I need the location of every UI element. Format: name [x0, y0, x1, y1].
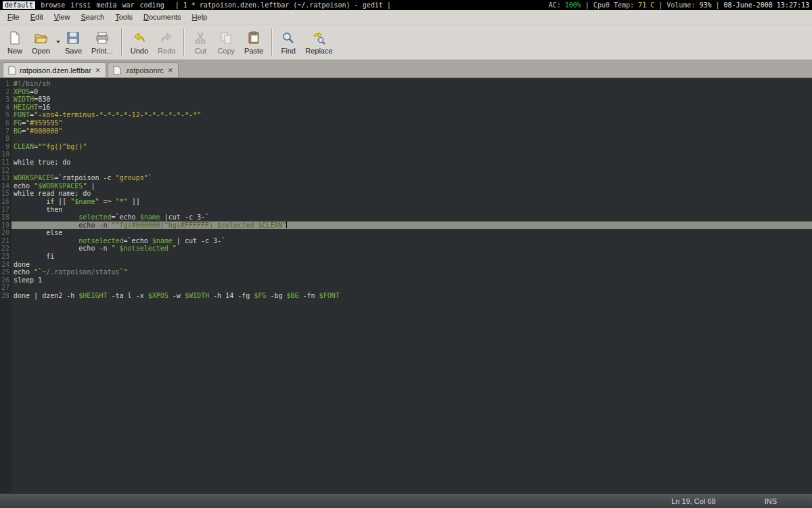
document-icon — [8, 66, 16, 75]
save-button-group: Save — [60, 28, 87, 56]
open-button[interactable]: Open — [27, 28, 55, 56]
insert-mode-indicator: INS — [765, 497, 777, 505]
code-line-13[interactable]: 13WORKSPACES=`ratpoison -c "groups"` — [0, 174, 812, 182]
code-text: while read name; do — [12, 190, 812, 198]
code-text: notselected=`echo $name | cut -c 3-` — [12, 237, 812, 245]
toolbar-button-label: Find — [281, 47, 296, 55]
code-text: FONT="-xos4-terminus-*-*-*-*-12-*-*-*-*-… — [12, 111, 812, 119]
line-number: 1 — [0, 80, 12, 88]
undo-button[interactable]: Undo — [126, 28, 153, 56]
code-line-10[interactable]: 10 — [0, 150, 812, 158]
code-line-26[interactable]: 26sleep 1 — [0, 276, 812, 284]
line-number: 13 — [0, 174, 12, 182]
line-number: 27 — [0, 284, 12, 292]
menu-view[interactable]: View — [49, 11, 76, 23]
tab-ratpoisonrc[interactable]: .ratpoisonrc× — [108, 62, 179, 77]
open-button-group: Open — [27, 28, 60, 56]
code-line-21[interactable]: 21 notselected=`echo $name | cut -c 3-` — [0, 237, 812, 245]
code-line-18[interactable]: 18 selected=`echo $name |cut -c 3-` — [0, 213, 812, 221]
workspace-war: war — [122, 1, 135, 9]
code-text: echo -n " $notselected " — [12, 245, 812, 253]
line-number: 14 — [0, 182, 12, 190]
code-line-24[interactable]: 24done — [0, 261, 812, 269]
code-line-25[interactable]: 25echo "`~/.ratpoison/status`" — [0, 268, 812, 276]
toolbar-button-label: Undo — [131, 47, 148, 55]
code-line-27[interactable]: 27 — [0, 284, 812, 292]
copy-button[interactable]: Copy — [212, 28, 240, 56]
open-folder-icon — [33, 30, 48, 45]
line-number: 16 — [0, 198, 12, 206]
cursor-position: Ln 19, Col 68 — [671, 497, 715, 505]
close-icon[interactable]: × — [167, 66, 174, 75]
cut-icon — [193, 30, 208, 45]
menu-search[interactable]: Search — [75, 11, 110, 23]
editor[interactable]: 1#!/bin/sh2XPOS=03WIDTH=8304HEIGHT=165FO… — [0, 78, 812, 493]
menu-file[interactable]: File — [2, 11, 25, 23]
replace-button[interactable]: Replace — [300, 28, 337, 56]
code-line-7[interactable]: 7BG="#000000" — [0, 127, 812, 135]
menu-documents[interactable]: Documents — [138, 11, 187, 23]
code-line-4[interactable]: 4HEIGHT=16 — [0, 104, 812, 112]
code-text: XPOS=0 — [12, 88, 812, 96]
code-line-12[interactable]: 12 — [0, 167, 812, 175]
line-number: 11 — [0, 158, 12, 167]
line-number: 24 — [0, 261, 12, 269]
code-line-2[interactable]: 2XPOS=0 — [0, 88, 812, 96]
toolbar-button-label: Print... — [91, 47, 113, 55]
menu-edit[interactable]: Edit — [25, 11, 49, 23]
topbar-status-segment: 93% — [699, 1, 711, 9]
menu-help[interactable]: Help — [187, 11, 213, 23]
save-icon — [66, 30, 81, 45]
code-line-16[interactable]: 16 if [[ "$name" =~ "*" ]] — [0, 198, 812, 206]
code-line-11[interactable]: 11while true; do — [0, 158, 812, 167]
menubar: FileEditViewSearchToolsDocumentsHelp — [0, 10, 812, 24]
line-number: 19 — [0, 221, 12, 230]
code-text: WIDTH=830 — [12, 96, 812, 104]
save-button[interactable]: Save — [60, 28, 87, 56]
code-line-20[interactable]: 20 else — [0, 229, 812, 237]
topbar-status-segment: 100% — [565, 1, 581, 9]
find-icon — [281, 30, 296, 45]
code-text: fi — [12, 253, 812, 261]
paste-button[interactable]: Paste — [240, 28, 268, 56]
find-button-group: Find — [276, 28, 300, 56]
code-line-23[interactable]: 23 fi — [0, 253, 812, 261]
topbar-status-segment: Volume: — [667, 1, 699, 9]
cut-button-group: Cut — [188, 28, 212, 56]
print-button[interactable]: Print... — [87, 28, 118, 56]
line-number: 10 — [0, 150, 12, 158]
line-number: 21 — [0, 237, 12, 245]
code-line-15[interactable]: 15while read name; do — [0, 190, 812, 198]
code-line-17[interactable]: 17 then — [0, 206, 812, 214]
code-text: if [[ "$name" =~ "*" ]] — [12, 198, 812, 206]
code-line-5[interactable]: 5FONT="-xos4-terminus-*-*-*-*-12-*-*-*-*… — [0, 111, 812, 119]
new-document-icon — [7, 30, 22, 45]
menu-tools[interactable]: Tools — [110, 11, 138, 23]
code-line-6[interactable]: 6FG="#959595" — [0, 119, 812, 127]
find-button[interactable]: Find — [276, 28, 300, 56]
workspace-default: default — [3, 1, 35, 9]
code-line-14[interactable]: 14echo "$WORKSPACES" | — [0, 182, 812, 190]
redo-button[interactable]: Redo — [153, 28, 180, 56]
close-icon[interactable]: × — [95, 66, 102, 75]
new-button[interactable]: New — [3, 28, 27, 56]
code-line-9[interactable]: 9CLEAN="^fg()^bg()" — [0, 143, 812, 151]
toolbar-separator — [271, 28, 273, 56]
code-text: then — [12, 206, 812, 214]
code-line-28[interactable]: 28done | dzen2 -h $HEIGHT -ta l -x $XPOS… — [0, 292, 812, 300]
code-line-19[interactable]: 19 echo -n "^fg(#000000)^bg(#FFFFFF) $se… — [0, 221, 812, 230]
toolbar-button-label: Open — [32, 47, 50, 55]
cut-button[interactable]: Cut — [188, 28, 212, 56]
code-text: #!/bin/sh — [12, 80, 812, 88]
code-line-8[interactable]: 8 — [0, 135, 812, 143]
line-number: 25 — [0, 268, 12, 276]
line-number: 20 — [0, 229, 12, 237]
workspace-media: media — [96, 1, 116, 9]
code-line-3[interactable]: 3WIDTH=830 — [0, 96, 812, 104]
line-number: 5 — [0, 111, 12, 119]
line-number: 22 — [0, 245, 12, 253]
code-line-1[interactable]: 1#!/bin/sh — [0, 80, 812, 88]
code-line-22[interactable]: 22 echo -n " $notselected " — [0, 245, 812, 253]
tab-ratpoison-dzen-leftbar[interactable]: ratpoison.dzen.leftbar× — [3, 62, 106, 77]
toolbar: NewOpenSavePrint...UndoRedoCutCopyPasteF… — [0, 24, 812, 60]
